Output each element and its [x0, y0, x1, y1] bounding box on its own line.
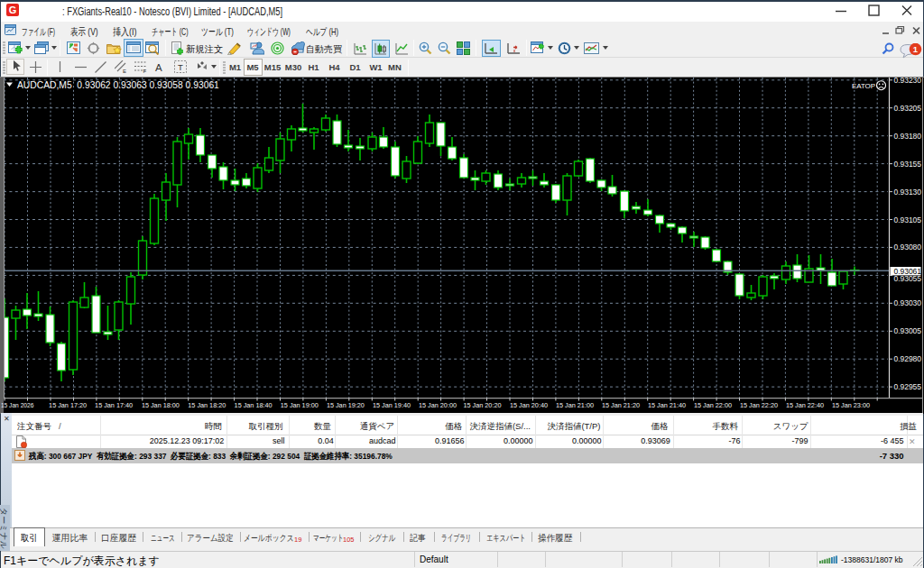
svg-text:F: F	[143, 69, 147, 73]
svg-text:15 Jan 21:00: 15 Jan 21:00	[556, 401, 594, 409]
svg-text:15 Jan 2026: 15 Jan 2026	[1, 401, 34, 409]
svg-text:0.93180: 0.93180	[894, 132, 922, 141]
svg-text:15 Jan 19:00: 15 Jan 19:00	[281, 401, 319, 409]
svg-text:15 Jan 18:20: 15 Jan 18:20	[188, 401, 226, 409]
svg-text:0.93105: 0.93105	[894, 215, 922, 224]
svg-text:0.93205: 0.93205	[894, 104, 922, 113]
svg-text:0.93005: 0.93005	[894, 326, 922, 335]
svg-text:AUDCAD,M5 0.93062 0.93063 0.9: AUDCAD,M5 0.93062 0.93063 0.93058 0.9306…	[17, 80, 219, 90]
svg-text:0.93061: 0.93061	[894, 267, 922, 276]
svg-text:15 Jan 21:20: 15 Jan 21:20	[602, 401, 640, 409]
svg-text:15 Jan 20:40: 15 Jan 20:40	[510, 401, 548, 409]
svg-text:T: T	[178, 62, 183, 72]
svg-text:15 Jan 17:40: 15 Jan 17:40	[95, 401, 133, 409]
svg-text:0.92955: 0.92955	[894, 382, 922, 391]
svg-text:15 Jan 22:20: 15 Jan 22:20	[740, 401, 778, 409]
svg-text:0.93030: 0.93030	[894, 298, 922, 307]
svg-text:15 Jan 21:40: 15 Jan 21:40	[648, 401, 686, 409]
svg-text:EATOP: EATOP	[852, 82, 875, 90]
svg-text:1: 1	[913, 44, 919, 54]
svg-text:0.92980: 0.92980	[894, 354, 922, 363]
svg-text:0.93230: 0.93230	[894, 77, 922, 85]
svg-text:15 Jan 18:40: 15 Jan 18:40	[235, 401, 273, 409]
svg-text:15 Jan 17:20: 15 Jan 17:20	[49, 401, 87, 409]
svg-text:15 Jan 20:00: 15 Jan 20:00	[419, 401, 457, 409]
svg-text:15 Jan 18:00: 15 Jan 18:00	[142, 401, 180, 409]
svg-text:0.93155: 0.93155	[894, 160, 922, 169]
svg-text:15 Jan 19:20: 15 Jan 19:20	[327, 401, 365, 409]
svg-text:15 Jan 22:40: 15 Jan 22:40	[786, 401, 824, 409]
svg-text:E: E	[123, 69, 126, 74]
svg-text:15 Jan 20:20: 15 Jan 20:20	[464, 401, 502, 409]
svg-text:0.93130: 0.93130	[894, 188, 922, 197]
svg-text:15 Jan 19:40: 15 Jan 19:40	[373, 401, 411, 409]
svg-text:15 Jan 22:00: 15 Jan 22:00	[694, 401, 732, 409]
svg-text:15 Jan 23:00: 15 Jan 23:00	[832, 401, 870, 409]
svg-text:0.93080: 0.93080	[894, 243, 922, 252]
